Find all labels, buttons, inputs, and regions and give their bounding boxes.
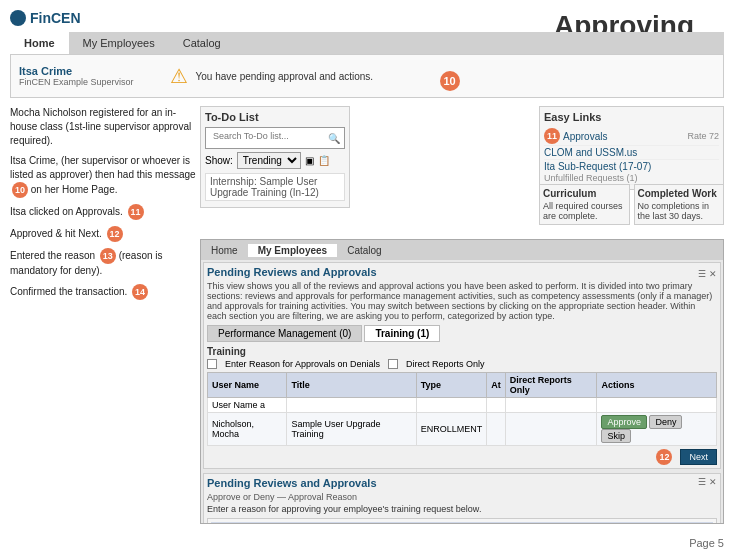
easy-links-box: Easy Links 11 Approvals Rate 72 CLOM and… [539,106,724,190]
badge-10: 10 [12,182,28,198]
notif-subtitle: FinCEN Example Supervisor [19,77,134,87]
bottom-info: Curriculum All required courses are comp… [539,184,724,225]
easy-links-title: Easy Links [544,111,719,123]
nav-bar: Home My Employees Catalog [10,32,724,54]
narrative-step3: Approved & hit Next. 12 [10,226,200,242]
col-actions: Actions [597,373,717,398]
narrative-intro: Mocha Nicholson registered for an in-hou… [10,106,200,148]
table-row: User Name a [208,398,717,413]
logo-text: FinCEN [30,10,81,26]
search-icon: 🔍 [328,133,340,144]
badge-14a: 14 [132,284,148,300]
pending-desc: This view shows you all of the reviews a… [207,281,717,321]
checkbox-direct[interactable] [388,359,398,369]
approval-reason-title: Pending Reviews and Approvals [207,477,377,489]
inner-nav-employees[interactable]: My Employees [248,244,337,257]
easy-link-clom[interactable]: CLOM and USSM.us [544,146,719,160]
todo-icon2: 📋 [318,155,330,166]
badge-11-icon: 11 [544,128,560,144]
tab-performance[interactable]: Performance Management (0) [207,325,362,342]
warning-icon: ⚠ [170,64,188,88]
approve-button[interactable]: Approve [601,415,647,429]
col-user: User Name [208,373,287,398]
todo-show-select[interactable]: Trending All [237,152,301,169]
approval-breadcrumb: Approve or Deny — Approval Reason [207,492,717,502]
badge-13a: 13 [100,248,116,264]
approval-instruction: Enter a reason for approving your employ… [207,504,717,514]
checkbox-row: Enter Reason for Approvals on Denials Di… [207,359,717,369]
tabs-row: Performance Management (0) Training (1) [207,325,717,342]
easy-link-subrequest[interactable]: Ita Sub-Request (17-07) Unfulfilled Requ… [544,160,719,185]
screenshot-area: Home My Employees Catalog Pending Review… [200,239,724,524]
col-direct: Direct Reports Only [505,373,597,398]
training-section: Training Enter Reason for Approvals on D… [207,346,717,465]
inner-nav-home[interactable]: Home [201,244,248,257]
completed-text: No completions in the last 30 days. [638,201,721,221]
easy-links-approvals[interactable]: 11 Approvals Rate 72 [544,127,719,146]
inner-nav-catalog[interactable]: Catalog [337,244,391,257]
notions-box: Approval Notions User Name and Schedule … [207,518,717,524]
page-number: Page 5 [689,537,724,549]
checkbox-reason[interactable] [207,359,217,369]
todo-title: To-Do List [205,111,345,123]
next-button[interactable]: Next [680,449,717,465]
notif-label: Itsa Crime [19,65,134,77]
col-at: At [487,373,506,398]
col-title: Title [287,373,416,398]
badge-12: 12 [107,226,123,242]
todo-box: To-Do List 🔍 Show: Trending All ▣ 📋 Inte… [200,106,350,208]
table-row: Nicholson, Mocha Sample User Upgrade Tra… [208,413,717,446]
completed-title: Completed Work [638,188,721,199]
nav-my-employees[interactable]: My Employees [69,32,169,54]
main-content: Itsa Crime FinCEN Example Supervisor 10 … [10,54,724,524]
training-table: User Name Title Type At Direct Reports O… [207,372,717,446]
badge-11: 11 [128,204,144,220]
todo-list-item[interactable]: Internship: Sample User Upgrade Training… [205,173,345,201]
narrative: Mocha Nicholson registered for an in-hou… [10,106,200,306]
training-label: Training [207,346,717,357]
completed-work-box: Completed Work No completions in the las… [634,184,725,225]
curriculum-text: All required courses are complete. [543,201,626,221]
narrative-step2: Itsa clicked on Approvals. 11 [10,204,200,220]
deny-button[interactable]: Deny [649,415,682,429]
todo-show-row: Show: Trending All ▣ 📋 [205,152,345,169]
todo-icon1: ▣ [305,155,314,166]
skip-button[interactable]: Skip [601,429,631,443]
tab-training[interactable]: Training (1) [364,325,440,342]
notification-banner: Itsa Crime FinCEN Example Supervisor 10 … [10,54,724,98]
approval-reason-box: Pending Reviews and Approvals ☰ ✕ Approv… [203,473,721,524]
pending-reviews-box: Pending Reviews and Approvals ☰ ✕ This v… [203,262,721,469]
todo-area: To-Do List 🔍 Show: Trending All ▣ 📋 Inte… [200,106,350,212]
curriculum-title: Curriculum [543,188,626,199]
nav-btn-row: 12 Next [207,449,717,465]
narrative-step5: Confirmed the transaction. 14 [10,284,200,300]
badge-12-main: 12 [656,449,672,465]
narrative-step1: Itsa Crime, (her supervisor or whoever i… [10,154,200,198]
curriculum-box: Curriculum All required courses are comp… [539,184,630,225]
pending-title: Pending Reviews and Approvals [207,266,377,278]
nav-catalog[interactable]: Catalog [169,32,235,54]
col-type: Type [416,373,487,398]
logo-icon [10,10,26,26]
approval-reason-area: Pending Reviews and Approvals ☰ ✕ Approv… [203,473,721,524]
narrative-step4: Entered the reason 13 (reason is mandato… [10,248,200,278]
logo-area: FinCEN [10,10,81,26]
todo-search-input[interactable] [209,129,328,143]
nav-home[interactable]: Home [10,32,69,54]
notification-badge: 10 [440,71,460,91]
inner-nav: Home My Employees Catalog [201,240,723,260]
notions-title: Approval Notions [211,522,713,524]
